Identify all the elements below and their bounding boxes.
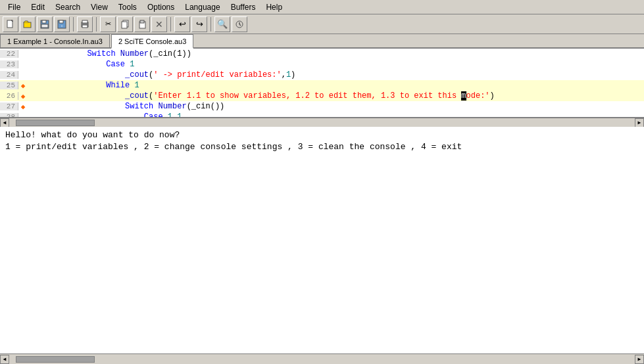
menu-options[interactable]: Options (142, 1, 180, 13)
menu-file[interactable]: File (3, 1, 26, 13)
svg-rect-2 (24, 22, 31, 28)
new-button[interactable] (3, 16, 18, 32)
code-line-25: 25 ◆ While 1 (0, 80, 644, 91)
code-text-23: Case 1 (28, 60, 134, 69)
save-button[interactable] (37, 16, 53, 32)
line-number-25: 25 (0, 81, 18, 89)
line-marker-28 (18, 113, 28, 117)
paste-button[interactable] (134, 16, 150, 32)
svg-rect-15 (140, 20, 144, 23)
toolbar-separator-1 (73, 17, 74, 32)
line-marker-26: ◆ (18, 92, 28, 101)
toolbar-separator-2 (96, 17, 97, 32)
menu-language[interactable]: Language (180, 1, 225, 13)
code-text-26: _cout('Enter 1.1 to show variables, 1.2 … (28, 91, 495, 101)
tab-example1[interactable]: 1 Example 1 - Console.In.au3 (0, 34, 110, 47)
code-text-27: Switch Number(_cin()) (28, 102, 224, 111)
line-marker-25: ◆ (18, 81, 28, 90)
code-line-22: 22 Switch Number(_cin(1)) (0, 49, 644, 59)
editor-horizontal-scrollbar[interactable]: ◀ ▶ (0, 118, 644, 127)
code-text-25: While 1 (28, 81, 139, 90)
svg-rect-4 (42, 20, 46, 23)
svg-text:+: + (61, 24, 63, 28)
code-line-23: 23 Case 1 (0, 59, 644, 70)
svg-rect-11 (82, 25, 87, 28)
find-button[interactable]: 🔍 (214, 16, 230, 32)
console-line-2: 1 = print/edit variables , 2 = change co… (5, 141, 639, 153)
menu-tools[interactable]: Tools (113, 1, 142, 13)
line-marker-24 (18, 71, 28, 79)
editor-content: 22 Switch Number(_cin(1)) 23 Case 1 24 (0, 49, 644, 117)
console-line-1: Hello! what do you want to do now? (5, 129, 639, 141)
undo-button[interactable]: ↩ (174, 16, 190, 32)
line-number-27: 27 (0, 102, 18, 110)
copy-button[interactable] (117, 16, 133, 32)
menubar: File Edit Search View Tools Options Lang… (0, 0, 644, 14)
hscroll-track[interactable] (9, 119, 635, 127)
code-line-24: 24 _cout(' -> print/edit variables:',1) (0, 70, 644, 80)
tab-bar: 1 Example 1 - Console.In.au3 2 SciTE Con… (0, 34, 644, 49)
bottom-hscroll-track[interactable] (9, 355, 635, 363)
svg-rect-10 (82, 20, 87, 23)
line-marker-22 (18, 50, 28, 58)
bottom-hscroll-left-arrow[interactable]: ◀ (0, 355, 9, 364)
code-editor[interactable]: 22 Switch Number(_cin(1)) 23 Case 1 24 (0, 49, 644, 118)
line-number-22: 22 (0, 50, 18, 58)
code-text-22: Switch Number(_cin(1)) (28, 49, 191, 58)
console-content: Hello! what do you want to do now? 1 = p… (0, 127, 644, 353)
svg-line-18 (239, 24, 241, 26)
svg-rect-0 (7, 20, 12, 28)
menu-help[interactable]: Help (260, 1, 287, 13)
line-number-28: 28 (0, 113, 18, 117)
line-marker-23 (18, 60, 28, 68)
menu-buffers[interactable]: Buffers (226, 1, 261, 13)
code-line-28: 28 Case 1.1 (0, 112, 644, 117)
print-button[interactable] (77, 16, 93, 32)
menu-search[interactable]: Search (50, 1, 86, 13)
delete-button[interactable]: ✕ (151, 16, 167, 32)
svg-rect-7 (59, 20, 63, 23)
tab-scite-console[interactable]: 2 SciTE Console.au3 (111, 34, 193, 49)
bottom-hscroll-right-arrow[interactable]: ▶ (635, 355, 644, 364)
toolbar-separator-4 (211, 17, 211, 32)
save-as-button[interactable]: + (54, 16, 70, 32)
open-button[interactable] (20, 16, 36, 32)
svg-rect-13 (122, 22, 127, 28)
line-number-26: 26 (0, 92, 18, 100)
hscroll-right-arrow[interactable]: ▶ (635, 118, 644, 127)
line-number-24: 24 (0, 71, 18, 79)
code-line-26: 26 ◆ _cout('Enter 1.1 to show variables,… (0, 91, 644, 101)
main-content: 22 Switch Number(_cin(1)) 23 Case 1 24 (0, 49, 644, 364)
console-horizontal-scrollbar[interactable]: ◀ ▶ (0, 353, 644, 364)
toolbar-separator-3 (170, 17, 171, 32)
line-number-23: 23 (0, 60, 18, 68)
hscroll-left-arrow[interactable]: ◀ (0, 118, 9, 127)
console-pane: Hello! what do you want to do now? 1 = p… (0, 127, 644, 353)
redo-button[interactable]: ↪ (191, 16, 207, 32)
bottom-hscroll-thumb[interactable] (16, 356, 95, 363)
menu-edit[interactable]: Edit (26, 1, 50, 13)
hscroll-thumb[interactable] (16, 120, 95, 126)
cut-button[interactable]: ✂ (100, 16, 116, 32)
macro-button[interactable] (232, 16, 247, 32)
svg-rect-5 (41, 24, 48, 28)
toolbar: + ✂ ✕ ↩ ↪ 🔍 (0, 14, 644, 34)
code-text-24: _cout(' -> print/edit variables:',1) (28, 70, 295, 80)
menu-view[interactable]: View (86, 1, 113, 13)
code-text-28: Case 1.1 (28, 112, 182, 117)
line-marker-27: ◆ (18, 102, 28, 111)
code-line-27: 27 ◆ Switch Number(_cin()) (0, 101, 644, 112)
